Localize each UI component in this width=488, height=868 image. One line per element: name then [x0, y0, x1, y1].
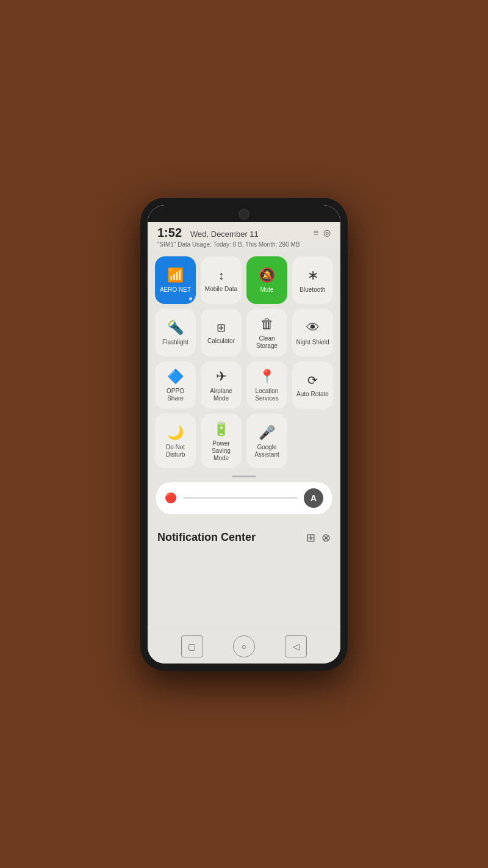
status-time: 1:52 — [157, 226, 182, 240]
phone-screen: 1:52 Wed, December 11 ≡ ◎ "SIM1" Data Us… — [148, 205, 340, 664]
brightness-slider[interactable] — [183, 497, 298, 499]
notch-area — [148, 205, 340, 222]
notification-list-icon[interactable]: ⊞ — [306, 531, 315, 544]
tile-bluetooth[interactable]: ∗ Bluetooth — [292, 256, 333, 304]
tile-auto-rotate-label: Auto Rotate — [296, 391, 329, 398]
scroll-bar — [232, 476, 256, 477]
tile-location-label: Location Services — [250, 388, 284, 402]
tile-calculator[interactable]: ⊞ Calculator — [201, 309, 242, 356]
phone-outer: 1:52 Wed, December 11 ≡ ◎ "SIM1" Data Us… — [140, 198, 348, 671]
tile-dnd[interactable]: 🌙 Do Not Disturb — [155, 414, 196, 468]
notification-empty-area — [157, 549, 331, 623]
camera-icon: ◎ — [323, 228, 331, 237]
notification-header: Notification Center ⊞ ⊗ — [157, 531, 331, 544]
tile-aero-net-label: AERO NET — [160, 286, 191, 294]
night-shield-icon: 👁 — [306, 320, 320, 336]
dnd-icon: 🌙 — [167, 425, 184, 441]
tile-bluetooth-label: Bluetooth — [300, 286, 325, 294]
clean-storage-icon: 🗑 — [260, 316, 274, 332]
nav-recents-button[interactable]: ▢ — [181, 635, 203, 657]
status-date: Wed, December 11 — [190, 230, 259, 239]
tiles-grid-row2: 🔦 Flashlight ⊞ Calculator 🗑 Clean Storag… — [155, 309, 333, 356]
notification-center-title: Notification Center — [157, 531, 256, 544]
tile-clean-storage-label: Clean Storage — [250, 335, 284, 350]
tile-flashlight[interactable]: 🔦 Flashlight — [155, 309, 196, 356]
bluetooth-icon: ∗ — [307, 267, 318, 283]
tiles-grid-row3: 🔷 OPPO Share ✈ Airplane Mode 📍 Location … — [155, 361, 333, 409]
location-icon: 📍 — [259, 369, 275, 385]
scroll-indicator — [155, 473, 333, 482]
rotate-icon: ⟳ — [307, 373, 318, 388]
oppo-share-icon: 🔷 — [167, 369, 184, 385]
mic-icon: 🎤 — [259, 425, 275, 441]
tile-dot — [189, 297, 192, 300]
tile-google-assistant[interactable]: 🎤 Google Assistant — [246, 414, 287, 468]
tile-aero-net[interactable]: 📶 AERO NET — [155, 256, 196, 304]
tile-power-saving[interactable]: 🔋 Power Saving Mode — [201, 414, 242, 468]
wifi-icon: 📶 — [167, 267, 184, 283]
tile-clean-storage[interactable]: 🗑 Clean Storage — [246, 309, 287, 356]
notification-clear-icon[interactable]: ⊗ — [321, 531, 331, 544]
quick-panel: 📶 AERO NET ↕ Mobile Data 🔕 Mute ∗ Bl — [148, 251, 340, 525]
tile-auto-rotate[interactable]: ⟳ Auto Rotate — [292, 361, 333, 409]
tile-flashlight-label: Flashlight — [162, 339, 188, 346]
mute-icon: 🔕 — [259, 267, 275, 283]
notification-actions: ⊞ ⊗ — [306, 531, 331, 544]
airplane-icon: ✈ — [216, 369, 227, 385]
brightness-row[interactable]: 🔴 A — [156, 482, 332, 514]
tile-mobile-data[interactable]: ↕ Mobile Data — [201, 256, 242, 304]
tile-location-services[interactable]: 📍 Location Services — [246, 361, 287, 409]
tile-oppo-share[interactable]: 🔷 OPPO Share — [155, 361, 196, 409]
camera-notch — [239, 209, 249, 220]
tile-calculator-label: Calculator — [207, 338, 235, 345]
tile-airplane-label: Airplane Mode — [204, 388, 238, 402]
calculator-icon: ⊞ — [217, 321, 226, 335]
tile-mobile-data-label: Mobile Data — [205, 286, 237, 293]
tile-google-assistant-label: Google Assistant — [250, 444, 284, 458]
tile-oppo-share-label: OPPO Share — [159, 388, 192, 402]
tile-mute-label: Mute — [260, 286, 273, 294]
tile-night-shield[interactable]: 👁 Night Shield — [292, 309, 333, 356]
nav-back-button[interactable]: ◁ — [285, 635, 307, 657]
power-saving-icon: 🔋 — [213, 421, 229, 437]
notification-section: Notification Center ⊞ ⊗ — [148, 525, 340, 629]
data-usage-text: "SIM1" Data Usage: Today: 0 B, This Mont… — [148, 241, 340, 251]
status-bar: 1:52 Wed, December 11 ≡ ◎ — [148, 222, 340, 241]
tile-airplane-mode[interactable]: ✈ Airplane Mode — [201, 361, 242, 409]
tile-power-saving-label: Power Saving Mode — [204, 440, 238, 462]
tiles-grid-row4: 🌙 Do Not Disturb 🔋 Power Saving Mode 🎤 G… — [155, 414, 333, 468]
status-right-icons: ≡ ◎ — [314, 228, 331, 237]
brightness-icon: 🔴 — [165, 492, 177, 504]
tile-dnd-label: Do Not Disturb — [159, 444, 192, 458]
flashlight-icon: 🔦 — [167, 320, 184, 336]
nav-bar: ▢ ○ ◁ — [148, 629, 340, 664]
menu-icon: ≡ — [314, 228, 318, 237]
nav-home-button[interactable]: ○ — [233, 635, 255, 657]
tiles-grid-row1: 📶 AERO NET ↕ Mobile Data 🔕 Mute ∗ Bl — [155, 256, 333, 304]
tile-mute[interactable]: 🔕 Mute — [246, 256, 287, 304]
avatar[interactable]: A — [304, 488, 323, 508]
tile-night-shield-label: Night Shield — [296, 339, 329, 346]
mobile-data-icon: ↕ — [218, 269, 224, 283]
